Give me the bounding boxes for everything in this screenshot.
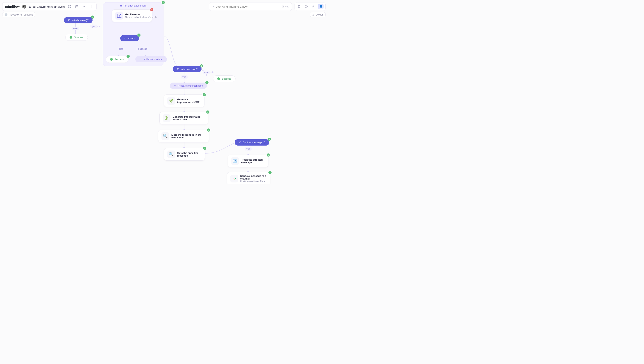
count-badge: 1 [268, 171, 271, 174]
mail-icon: 📧 [231, 157, 239, 165]
count-badge: 1 [162, 1, 165, 4]
edge-label-yes: yes [90, 25, 97, 28]
count-badge: 1 [205, 81, 208, 84]
node-success-2[interactable]: Success 1 [106, 56, 128, 63]
check-icon [110, 58, 113, 61]
swap-icon [139, 58, 142, 60]
node-confirm-id[interactable]: Confirm message ID 1 [235, 139, 269, 146]
node-set-branch[interactable]: set branch to true [135, 56, 167, 62]
count-badge: 1 [267, 154, 270, 156]
node-list-messages[interactable]: 🔍 Lists the messages in the user's mail…… [158, 130, 209, 142]
edge-label-yes: yes [244, 147, 252, 151]
node-slack-message[interactable]: Sends a message to a channel. Post the r… [227, 172, 270, 184]
count-badge: 1 [137, 34, 141, 37]
node-success-1[interactable]: Success [65, 34, 88, 41]
count-badge: 1 [200, 64, 203, 68]
svg-rect-6 [121, 5, 122, 6]
swap-icon [174, 84, 176, 87]
branch-icon [124, 37, 127, 39]
virustotal-icon [115, 12, 123, 20]
search-icon: 🔍 [167, 150, 175, 158]
arrow-icon [99, 26, 100, 27]
node-trash-message[interactable]: 📧 Trash the targeted message 1 [228, 155, 268, 168]
error-badge: 1 [150, 8, 153, 11]
node-is-branch-true[interactable]: is branch true? 1 [173, 66, 202, 72]
flow-canvas[interactable]: attachment(s)? 1 else yes Success For ea… [0, 0, 328, 184]
edge-label-malicious: malicious [136, 47, 149, 50]
count-badge: 1 [203, 93, 206, 96]
slack-icon [230, 175, 238, 182]
svg-rect-7 [120, 6, 121, 6]
arrow-icon [212, 71, 214, 73]
edge-label-yes: yes [181, 75, 188, 79]
node-get-file-report[interactable]: Get file report Submit each attachment's… [112, 10, 152, 22]
jwt-icon: ✳️ [167, 97, 175, 104]
node-check-branch[interactable]: check 1 [120, 35, 139, 42]
count-badge: 1 [206, 110, 209, 114]
check-icon [217, 78, 220, 80]
branch-icon [177, 68, 179, 70]
count-badge: 1 [268, 138, 271, 141]
count-badge: 1 [203, 147, 206, 150]
check-icon [70, 36, 72, 39]
node-gen-jwt[interactable]: ✳️ Generate impersonated JWT 1 [164, 94, 204, 107]
search-icon: 🔍 [161, 132, 169, 140]
node-attachments-branch[interactable]: attachment(s)? 1 [64, 17, 93, 24]
edge-label-else: else [72, 27, 79, 30]
svg-rect-5 [120, 5, 121, 6]
token-icon: ✳️ [163, 114, 170, 122]
node-get-message[interactable]: 🔍 Gets the specified message 1 [164, 148, 205, 161]
node-prepare-impersonation[interactable]: Prepare impersonation 1 [170, 82, 207, 89]
loop-icon [120, 4, 122, 7]
edge-label-else: else [203, 71, 210, 74]
branch-icon [239, 141, 241, 144]
loop-title: For each attachment [103, 4, 163, 7]
branch-icon [68, 19, 70, 21]
node-gen-token[interactable]: ✳️ Generate impersonated access token 1 [159, 112, 208, 124]
edge-label-else: else [117, 47, 125, 50]
count-badge: 1 [207, 128, 210, 132]
node-success-3[interactable]: Success [213, 75, 235, 82]
svg-rect-8 [121, 6, 122, 6]
count-badge: 1 [127, 55, 130, 58]
count-badge: 1 [91, 16, 94, 19]
